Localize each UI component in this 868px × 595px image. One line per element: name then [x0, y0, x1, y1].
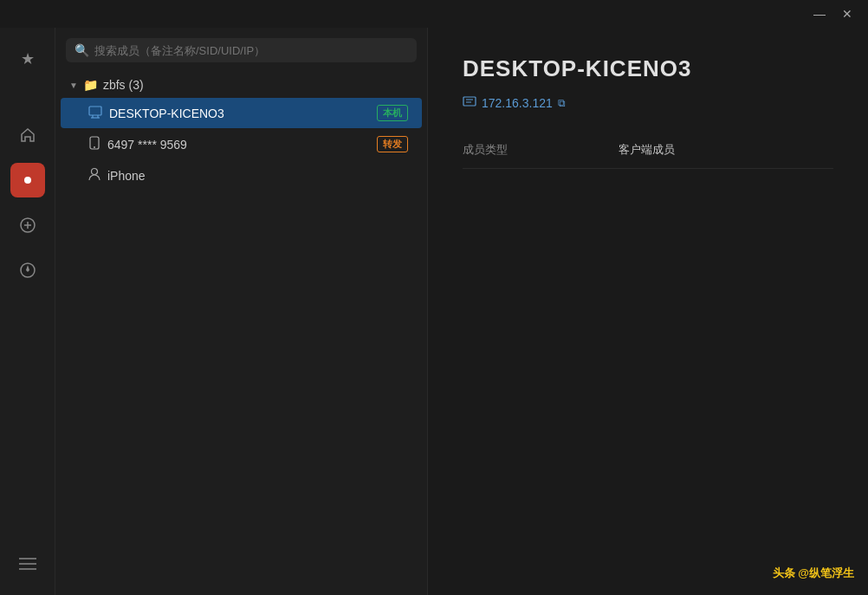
member-item-phone[interactable]: 6497 **** 9569 转发: [61, 129, 422, 159]
svg-point-16: [92, 169, 98, 175]
member-tree: ▼ 📁 zbfs (3) DESKTOP-KICENO3 本机: [55, 69, 427, 595]
svg-point-1: [24, 177, 31, 184]
chevron-icon: ▼: [69, 81, 78, 90]
search-input-wrap[interactable]: 🔍: [66, 38, 417, 62]
member-type-value: 客户端成员: [619, 142, 675, 158]
user-icon: [88, 167, 100, 184]
svg-point-15: [94, 146, 95, 148]
member-item-iphone[interactable]: iPhone: [61, 160, 422, 191]
network-icon: [463, 94, 476, 111]
folder-icon: 📁: [83, 78, 98, 92]
desktop-icon: [88, 105, 102, 121]
nav-bar: ★: [0, 28, 55, 595]
close-button[interactable]: ✕: [833, 0, 861, 28]
menu-icon[interactable]: [10, 546, 45, 581]
member-name-iphone: iPhone: [107, 169, 408, 183]
main-content: DESKTOP-KICENO3 172.16.3.121 ⧉ 成员类型 客户端成…: [428, 28, 868, 595]
group-name: zbfs (3): [103, 78, 413, 92]
search-icon: 🔍: [74, 43, 89, 57]
sidebar: 🔍 ▼ 📁 zbfs (3): [55, 28, 428, 595]
member-name-phone: 6497 **** 9569: [107, 138, 370, 152]
svg-rect-10: [89, 107, 101, 115]
tag-local: 本机: [377, 105, 408, 121]
phone-icon: [88, 136, 100, 152]
home-icon[interactable]: [10, 118, 45, 152]
copy-icon[interactable]: ⧉: [558, 97, 566, 109]
svg-rect-17: [463, 97, 476, 106]
device-title: DESKTOP-KICENO3: [463, 55, 833, 82]
app-container: ★: [0, 28, 868, 595]
member-type-row: 成员类型 客户端成员: [463, 132, 833, 169]
minimize-button[interactable]: —: [806, 0, 833, 28]
record-icon[interactable]: [10, 163, 45, 197]
member-name-desktop: DESKTOP-KICENO3: [109, 107, 370, 120]
star-icon[interactable]: ★: [10, 42, 45, 76]
tag-relay: 转发: [377, 136, 408, 152]
member-type-label: 成员类型: [463, 142, 619, 158]
title-bar: — ✕: [0, 0, 868, 28]
watermark: 头条 @纵笔浮生: [773, 566, 854, 581]
search-bar: 🔍: [55, 28, 427, 69]
ip-address: 172.16.3.121: [482, 96, 553, 110]
search-input[interactable]: [94, 44, 408, 57]
ip-row: 172.16.3.121 ⧉: [463, 94, 833, 111]
plus-circle-icon[interactable]: [10, 208, 45, 243]
group-header[interactable]: ▼ 📁 zbfs (3): [55, 73, 427, 97]
compass-icon[interactable]: [10, 253, 45, 288]
member-item-desktop-kiceno3[interactable]: DESKTOP-KICENO3 本机: [61, 98, 422, 128]
svg-marker-6: [26, 265, 29, 272]
